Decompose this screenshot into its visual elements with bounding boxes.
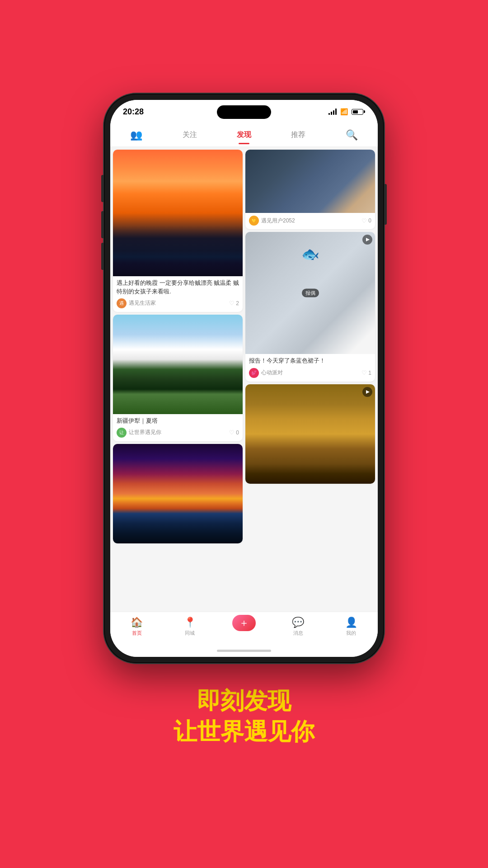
tab-discover[interactable]: 发现 <box>231 128 257 142</box>
post-author-mountain: 让 让世界遇见你 <box>117 428 161 438</box>
tab-follow[interactable]: 关注 <box>177 128 202 142</box>
author-name-dress: 心动派对 <box>261 369 283 377</box>
report-badge: 报偶 <box>302 289 319 297</box>
post-info-mountain: 新疆伊犁｜夏塔 让 让世界遇见你 ♡ 0 <box>113 414 243 441</box>
content-area: 遇上好看的晚霞 一定要分享给贼漂亮 贼温柔 贼特别的女孩子来看啦. 遇 遇见生活… <box>110 147 378 612</box>
status-time: 20:28 <box>123 107 144 117</box>
like-count-dress: 1 <box>368 370 371 376</box>
post-title-dress: 报告！今天穿了条蓝色裙子！ <box>249 357 371 365</box>
post-card-sunset-city[interactable]: 遇上好看的晚霞 一定要分享给贼漂亮 贼温柔 贼特别的女孩子来看啦. 遇 遇见生活… <box>113 150 243 311</box>
tab-home[interactable]: 🏠 首页 <box>126 615 147 638</box>
search-icon-btn[interactable]: 🔍 <box>340 127 363 143</box>
post-author-1: 遇 遇见生活家 <box>117 298 156 308</box>
tab-messages-label: 消息 <box>293 630 303 637</box>
tab-nearby[interactable]: 📍 同城 <box>179 615 201 638</box>
heart-icon-train: ♡ <box>361 217 367 224</box>
tab-profile-label: 我的 <box>346 630 356 637</box>
post-likes-dress[interactable]: ♡ 1 <box>361 369 371 376</box>
masonry-layout: 遇上好看的晚霞 一定要分享给贼漂亮 贼温柔 贼特别的女孩子来看啦. 遇 遇见生活… <box>110 147 378 546</box>
phone-screen: 20:28 📶 👥 关注 发现 推荐 <box>110 100 378 657</box>
post-card-buddha[interactable] <box>245 384 375 484</box>
avatar-mountain: 让 <box>117 428 127 438</box>
author-name-1: 遇见生活家 <box>129 299 156 307</box>
like-count-1: 2 <box>236 300 239 307</box>
post-meta-1: 遇 遇见生活家 ♡ 2 <box>117 298 239 308</box>
right-column: 💛 遇见用户2052 ♡ 0 <box>245 150 375 543</box>
plus-button[interactable]: ＋ <box>232 615 256 631</box>
author-name-mountain: 让世界遇见你 <box>129 429 161 436</box>
post-image-sunset <box>113 150 243 276</box>
tab-follow-label: 关注 <box>183 130 197 140</box>
tab-profile[interactable]: 👤 我的 <box>341 615 362 638</box>
tab-recommend[interactable]: 推荐 <box>286 128 311 142</box>
post-likes-train[interactable]: ♡ 0 <box>361 217 371 224</box>
post-card-dress[interactable]: 报偶 报告！今天穿了条蓝色裙子！ 💕 心动派对 <box>245 232 375 381</box>
author-name-train: 遇见用户2052 <box>261 217 295 225</box>
home-indicator <box>110 644 378 657</box>
like-count-train: 0 <box>368 217 371 224</box>
post-title-mountain: 新疆伊犁｜夏塔 <box>117 417 239 425</box>
bottom-tab-bar: 🏠 首页 📍 同城 ＋ 💬 消息 👤 我的 <box>110 612 378 644</box>
post-likes-1[interactable]: ♡ 2 <box>229 300 239 307</box>
nav-tabs: 👥 关注 发现 推荐 🔍 <box>110 123 378 147</box>
tab-home-label: 首页 <box>132 630 142 637</box>
post-likes-mountain[interactable]: ♡ 0 <box>229 429 239 436</box>
home-bar <box>217 650 271 652</box>
wifi-icon: 📶 <box>340 108 348 115</box>
dynamic-island <box>217 105 271 119</box>
post-author-dress: 💕 心动派对 <box>249 368 283 378</box>
battery-icon <box>352 109 365 115</box>
avatar-dress: 💕 <box>249 368 259 378</box>
phone-mockup: 20:28 📶 👥 关注 发现 推荐 <box>104 94 384 663</box>
status-bar: 20:28 📶 <box>110 100 378 123</box>
profile-icon: 👤 <box>345 617 357 628</box>
tagline: 即刻发现 让世界遇见你 <box>174 686 314 747</box>
signal-icon <box>328 108 337 115</box>
post-title-1: 遇上好看的晚霞 一定要分享给贼漂亮 贼温柔 贼特别的女孩子来看啦. <box>117 279 239 295</box>
messages-icon: 💬 <box>292 617 304 628</box>
avatar-train: 💛 <box>249 216 259 226</box>
post-meta-mountain: 让 让世界遇见你 ♡ 0 <box>117 428 239 438</box>
tab-recommend-label: 推荐 <box>291 130 305 140</box>
post-image-train <box>245 150 375 213</box>
plus-icon: ＋ <box>239 618 249 628</box>
nearby-icon: 📍 <box>184 617 196 628</box>
like-count-mountain: 0 <box>236 429 239 436</box>
post-card-snow-mountain[interactable]: 新疆伊犁｜夏塔 让 让世界遇见你 ♡ 0 <box>113 315 243 441</box>
tab-nearby-label: 同城 <box>185 630 195 637</box>
post-meta-dress: 💕 心动派对 ♡ 1 <box>249 368 371 378</box>
post-image-buddha <box>245 384 375 484</box>
post-image-mountain <box>113 315 243 414</box>
left-column: 遇上好看的晚霞 一定要分享给贼漂亮 贼温柔 贼特别的女孩子来看啦. 遇 遇见生活… <box>113 150 243 543</box>
home-icon: 🏠 <box>131 617 143 628</box>
heart-icon-1: ♡ <box>229 300 235 307</box>
video-badge-buddha <box>362 387 372 397</box>
post-info-train: 💛 遇见用户2052 ♡ 0 <box>245 213 375 229</box>
tab-messages[interactable]: 💬 消息 <box>287 615 309 638</box>
post-info-dress: 报告！今天穿了条蓝色裙子！ 💕 心动派对 ♡ 1 <box>245 354 375 381</box>
post-card-train[interactable]: 💛 遇见用户2052 ♡ 0 <box>245 150 375 229</box>
status-icons: 📶 <box>328 108 365 115</box>
post-card-ocean[interactable] <box>113 444 243 543</box>
post-meta-train: 💛 遇见用户2052 ♡ 0 <box>249 216 371 226</box>
friends-icon-btn[interactable]: 👥 <box>125 127 148 143</box>
tab-discover-label: 发现 <box>237 130 251 140</box>
tagline-line1: 即刻发现 <box>174 686 314 717</box>
post-info-1: 遇上好看的晚霞 一定要分享给贼漂亮 贼温柔 贼特别的女孩子来看啦. 遇 遇见生活… <box>113 276 243 311</box>
heart-icon-mountain: ♡ <box>229 429 235 436</box>
post-author-train: 💛 遇见用户2052 <box>249 216 295 226</box>
post-image-ocean <box>113 444 243 543</box>
avatar-1: 遇 <box>117 298 127 308</box>
tagline-line2: 让世界遇见你 <box>174 717 314 747</box>
heart-icon-dress: ♡ <box>361 369 367 376</box>
